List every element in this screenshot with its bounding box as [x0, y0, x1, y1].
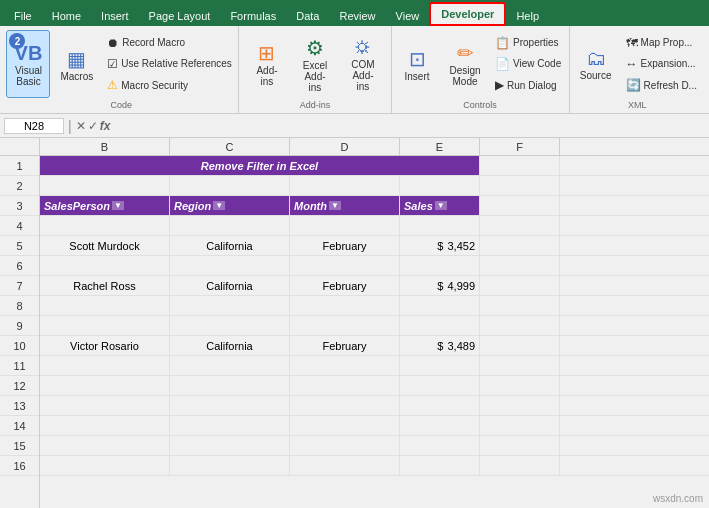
spreadsheet-body: 1 2 3 4 5 6 7 8 9 10 11 12 13 14 15 16 R… [0, 156, 709, 508]
row-num-15[interactable]: 15 [0, 436, 39, 456]
row7-region[interactable]: California [170, 276, 290, 295]
formula-bar-divider: | [68, 118, 72, 134]
row-num-3[interactable]: 3 [0, 196, 39, 216]
row-num-13[interactable]: 13 [0, 396, 39, 416]
source-button[interactable]: 🗂 Source [574, 30, 618, 98]
row-num-6[interactable]: 6 [0, 256, 39, 276]
table-row [40, 316, 709, 336]
fx-icon[interactable]: fx [100, 119, 111, 133]
row5-salesperson[interactable]: Scott Murdock [40, 236, 170, 255]
row-num-4[interactable]: 4 [0, 216, 39, 236]
row10-salesperson[interactable]: Victor Rosario [40, 336, 170, 355]
row4-c[interactable] [170, 216, 290, 235]
refresh-button[interactable]: 🔄 Refresh D... [622, 76, 701, 94]
properties-button[interactable]: 📋 Properties [491, 34, 565, 52]
design-mode-button[interactable]: ✏ DesignMode [443, 30, 487, 98]
row-num-10[interactable]: 10 [0, 336, 39, 356]
addins-button[interactable]: ⊞ Add-ins [245, 30, 289, 98]
row-num-2[interactable]: 2 [0, 176, 39, 196]
tab-file[interactable]: File [4, 6, 42, 26]
row7-month[interactable]: February [290, 276, 400, 295]
row-num-16[interactable]: 16 [0, 456, 39, 476]
month-filter-btn[interactable]: ▼ [329, 201, 341, 210]
tab-view[interactable]: View [386, 6, 430, 26]
row-num-8[interactable]: 8 [0, 296, 39, 316]
salesperson-filter-btn[interactable]: ▼ [112, 201, 124, 210]
col-header-f[interactable]: F [480, 138, 560, 155]
com-addins-button[interactable]: ⛭ COMAdd-ins [341, 30, 385, 98]
row10-month[interactable]: February [290, 336, 400, 355]
title-cell[interactable]: Remove Filter in Excel [40, 156, 480, 175]
cross-icon[interactable]: ✕ [76, 119, 86, 133]
row-num-9[interactable]: 9 [0, 316, 39, 336]
row1-f[interactable] [480, 156, 560, 175]
row3-f[interactable] [480, 196, 560, 215]
table-row [40, 416, 709, 436]
run-dialog-button[interactable]: ▶ Run Dialog [491, 76, 565, 94]
use-relative-button[interactable]: ☑ Use Relative References [103, 55, 236, 73]
view-code-button[interactable]: 📄 View Code [491, 55, 565, 73]
row5-region[interactable]: California [170, 236, 290, 255]
row7-sales[interactable]: $ 4,999 [400, 276, 480, 295]
header-region[interactable]: Region ▼ [170, 196, 290, 215]
row2-b[interactable] [40, 176, 170, 195]
row4-b[interactable] [40, 216, 170, 235]
map-prop-button[interactable]: 🗺 Map Prop... [622, 34, 701, 52]
row-num-14[interactable]: 14 [0, 416, 39, 436]
col-header-c[interactable]: C [170, 138, 290, 155]
insert-control-icon: ⊡ [409, 47, 426, 71]
row5-month[interactable]: February [290, 236, 400, 255]
macros-label: Macros [60, 71, 93, 82]
sales-filter-btn[interactable]: ▼ [435, 201, 447, 210]
ribbon: 2 VB VisualBasic ▦ Macros ⏺ Record Macro… [0, 26, 709, 114]
macros-icon: ▦ [67, 47, 86, 71]
row2-c[interactable] [170, 176, 290, 195]
row-num-5[interactable]: 5 [0, 236, 39, 256]
row10-region[interactable]: California [170, 336, 290, 355]
record-macro-button[interactable]: ⏺ Record Macro [103, 34, 236, 52]
col-header-b[interactable]: B [40, 138, 170, 155]
insert-control-button[interactable]: ⊡ Insert [395, 30, 439, 98]
row10-sales[interactable]: $ 3,489 [400, 336, 480, 355]
header-salesperson[interactable]: SalesPerson ▼ [40, 196, 170, 215]
row2-d[interactable] [290, 176, 400, 195]
macro-security-button[interactable]: ⚠ Macro Security [103, 76, 236, 94]
col-header-d[interactable]: D [290, 138, 400, 155]
row4-e[interactable] [400, 216, 480, 235]
row-num-11[interactable]: 11 [0, 356, 39, 376]
expansion-button[interactable]: ↔ Expansion... [622, 55, 701, 73]
row4-f[interactable] [480, 216, 560, 235]
visual-basic-button[interactable]: 2 VB VisualBasic [6, 30, 50, 98]
name-box[interactable]: N28 [4, 118, 64, 134]
tab-help[interactable]: Help [506, 6, 549, 26]
header-month[interactable]: Month ▼ [290, 196, 400, 215]
formula-input[interactable] [114, 120, 705, 132]
tab-home[interactable]: Home [42, 6, 91, 26]
row4-d[interactable] [290, 216, 400, 235]
tab-developer[interactable]: Developer [429, 2, 506, 26]
table-row [40, 436, 709, 456]
row5-sales[interactable]: $ 3,452 [400, 236, 480, 255]
row7-sales-sym: $ [437, 280, 443, 292]
checkmark-icon[interactable]: ✓ [88, 119, 98, 133]
excel-addins-button[interactable]: ⚙ ExcelAdd-ins [293, 30, 337, 98]
tab-data[interactable]: Data [286, 6, 329, 26]
macros-button[interactable]: ▦ Macros [54, 30, 99, 98]
region-filter-btn[interactable]: ▼ [213, 201, 225, 210]
col-header-e[interactable]: E [400, 138, 480, 155]
row5-f[interactable] [480, 236, 560, 255]
row2-e[interactable] [400, 176, 480, 195]
row2-f[interactable] [480, 176, 560, 195]
header-sales[interactable]: Sales ▼ [400, 196, 480, 215]
row-num-12[interactable]: 12 [0, 376, 39, 396]
tab-formulas[interactable]: Formulas [220, 6, 286, 26]
row-num-7[interactable]: 7 [0, 276, 39, 296]
row-num-1[interactable]: 1 [0, 156, 39, 176]
view-code-icon: 📄 [495, 57, 510, 71]
formula-bar: N28 | ✕ ✓ fx [0, 114, 709, 138]
tab-review[interactable]: Review [329, 6, 385, 26]
tab-insert[interactable]: Insert [91, 6, 139, 26]
table-row [40, 396, 709, 416]
tab-page-layout[interactable]: Page Layout [139, 6, 221, 26]
row7-salesperson[interactable]: Rachel Ross [40, 276, 170, 295]
